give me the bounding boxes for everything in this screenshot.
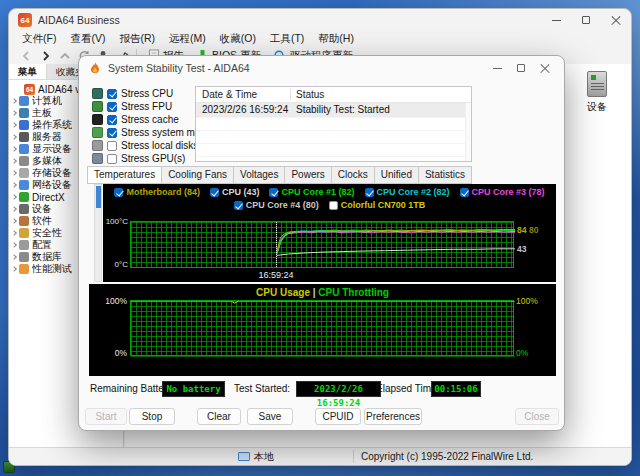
legend-cpu-core-1-82[interactable]: CPU Core #1 (82) bbox=[269, 187, 354, 197]
legend-checkbox[interactable] bbox=[365, 188, 374, 197]
forward-icon[interactable] bbox=[36, 48, 55, 64]
tab-statistics[interactable]: Statistics bbox=[419, 166, 472, 184]
column-datetime[interactable]: Date & Time bbox=[202, 87, 257, 103]
tree-item-icon bbox=[19, 228, 29, 238]
tab-cooling-fans[interactable]: Cooling Fans bbox=[162, 166, 234, 184]
legend-checkbox[interactable] bbox=[329, 201, 338, 210]
expand-chevron-icon[interactable] bbox=[11, 98, 17, 104]
tab-powers[interactable]: Powers bbox=[285, 166, 331, 184]
expand-chevron-icon[interactable] bbox=[11, 158, 17, 164]
dialog-minimize-button[interactable] bbox=[490, 56, 504, 80]
save-button[interactable]: Save bbox=[247, 408, 293, 425]
close-button[interactable] bbox=[601, 9, 631, 31]
legend-label: CPU Core #2 (82) bbox=[377, 187, 450, 197]
expand-chevron-icon[interactable] bbox=[11, 254, 17, 260]
expand-chevron-icon[interactable] bbox=[11, 122, 17, 128]
up-icon[interactable] bbox=[55, 48, 74, 64]
back-icon[interactable] bbox=[17, 48, 36, 64]
dialog-maximize-button[interactable] bbox=[514, 56, 528, 80]
stress-option-label: Stress FPU bbox=[121, 101, 172, 112]
stop-button[interactable]: Stop bbox=[129, 408, 175, 425]
clear-button[interactable]: Clear bbox=[197, 408, 241, 425]
tab-temperatures[interactable]: Temperatures bbox=[87, 166, 162, 184]
device-item[interactable]: 设备 bbox=[577, 71, 617, 114]
expand-chevron-icon[interactable] bbox=[11, 110, 17, 116]
menu-item[interactable]: 报告(R) bbox=[112, 32, 162, 46]
start-button[interactable]: Start bbox=[85, 408, 127, 425]
tree-item-icon bbox=[19, 168, 29, 178]
device-icon bbox=[92, 127, 103, 138]
close-button[interactable]: Close bbox=[515, 408, 559, 425]
event-list[interactable]: Date & Time Status 2023/2/26 16:59:24 St… bbox=[195, 86, 472, 162]
stress-option-checkbox[interactable] bbox=[107, 115, 117, 125]
location-indicator: 本地 bbox=[238, 448, 274, 465]
dialog-button-row: StartStopClearSaveCPUIDPreferencesClose bbox=[79, 408, 564, 426]
expand-chevron-icon[interactable] bbox=[11, 218, 17, 224]
legend-checkbox[interactable] bbox=[210, 188, 219, 197]
location-label: 本地 bbox=[254, 450, 274, 464]
legend-checkbox[interactable] bbox=[234, 201, 243, 210]
computer-tower-icon bbox=[587, 71, 607, 97]
device-item-label: 设备 bbox=[577, 100, 617, 114]
event-list-scrollbar[interactable] bbox=[465, 103, 471, 161]
stress-option-checkbox[interactable] bbox=[107, 141, 117, 151]
legend-cpu-core-2-82[interactable]: CPU Core #2 (82) bbox=[365, 187, 450, 197]
stress-option-checkbox[interactable] bbox=[107, 128, 117, 138]
menu-item[interactable]: 帮助(H) bbox=[311, 32, 361, 46]
tree-item-icon bbox=[19, 252, 29, 262]
expand-chevron-icon[interactable] bbox=[11, 230, 17, 236]
expand-chevron-icon[interactable] bbox=[11, 134, 17, 140]
device-icon bbox=[92, 153, 103, 164]
legend-row-2: CPU Core #4 (80) Colorful CN700 1TB bbox=[103, 200, 556, 210]
tab-voltages[interactable]: Voltages bbox=[234, 166, 285, 184]
minimize-button[interactable] bbox=[541, 9, 571, 31]
legend-cpu-43[interactable]: CPU (43) bbox=[210, 187, 260, 197]
menu-item[interactable]: 文件(F) bbox=[15, 32, 63, 46]
event-status: Stability Test: Started bbox=[296, 103, 390, 117]
dialog-close-button[interactable] bbox=[538, 56, 552, 80]
menu-item[interactable]: 查看(V) bbox=[63, 32, 112, 46]
device-icon bbox=[92, 114, 103, 125]
legend-checkbox[interactable] bbox=[460, 188, 469, 197]
expand-chevron-icon[interactable] bbox=[11, 170, 17, 176]
window-title: AIDA64 Business bbox=[38, 14, 120, 26]
y-axis-max-label: 100°C bbox=[103, 217, 128, 226]
maximize-button[interactable] bbox=[571, 9, 601, 31]
chart-scrollbar-thumb[interactable] bbox=[96, 186, 101, 208]
legend-checkbox[interactable] bbox=[269, 188, 278, 197]
system-stability-test-dialog: System Stability Test - AIDA64 Stress CP… bbox=[78, 55, 565, 431]
tree-item-label: 网络设备 bbox=[32, 178, 72, 192]
menu-item[interactable]: 工具(T) bbox=[263, 32, 311, 46]
cpuid-button[interactable]: CPUID bbox=[315, 408, 361, 425]
stress-option-checkbox[interactable] bbox=[107, 102, 117, 112]
legend-cpu-core-4-80[interactable]: CPU Core #4 (80) bbox=[234, 200, 319, 210]
sidebar-tab-菜单[interactable]: 菜单 bbox=[9, 64, 47, 79]
legend-colorful-cn700-1tb[interactable]: Colorful CN700 1TB bbox=[329, 200, 426, 210]
stress-option-checkbox[interactable] bbox=[107, 89, 117, 99]
expand-chevron-icon[interactable] bbox=[11, 242, 17, 248]
event-row[interactable]: 2023/2/26 16:59:24 Stability Test: Start… bbox=[196, 103, 471, 117]
chart-scrollbar[interactable] bbox=[94, 184, 102, 282]
cpu-usage-series bbox=[131, 301, 515, 357]
legend-motherboard-84[interactable]: Motherboard (84) bbox=[114, 187, 200, 197]
menu-item[interactable]: 远程(M) bbox=[162, 32, 213, 46]
tree-item-icon bbox=[19, 216, 29, 226]
stress-option-checkbox[interactable] bbox=[107, 154, 117, 164]
expand-chevron-icon[interactable] bbox=[11, 206, 17, 212]
tab-clocks[interactable]: Clocks bbox=[332, 166, 375, 184]
legend-row-1: Motherboard (84) CPU (43) CPU Core #1 (8… bbox=[103, 187, 556, 197]
stress-option-label: Stress GPU(s) bbox=[121, 153, 185, 164]
menu-item[interactable]: 收藏(O) bbox=[213, 32, 263, 46]
expand-chevron-icon[interactable] bbox=[11, 182, 17, 188]
expand-chevron-icon[interactable] bbox=[11, 146, 17, 152]
legend-cpu-core-3-78[interactable]: CPU Core #3 (78) bbox=[460, 187, 545, 197]
expand-chevron-icon[interactable] bbox=[11, 266, 17, 272]
legend-checkbox[interactable] bbox=[114, 188, 123, 197]
temperature-plot bbox=[130, 221, 514, 268]
expand-chevron-icon[interactable] bbox=[11, 194, 17, 200]
column-status[interactable]: Status bbox=[296, 87, 324, 103]
preferences-button[interactable]: Preferences bbox=[364, 408, 422, 425]
tree-item-icon bbox=[19, 156, 29, 166]
legend-label: CPU Core #3 (78) bbox=[472, 187, 545, 197]
tab-unified[interactable]: Unified bbox=[375, 166, 419, 184]
